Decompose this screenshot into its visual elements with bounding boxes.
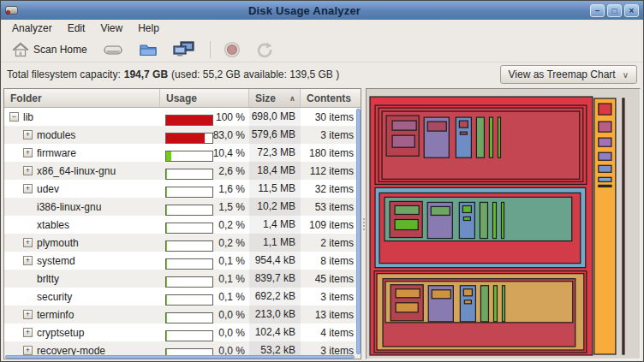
close-button[interactable]: × [624, 4, 639, 17]
stop-button[interactable] [219, 39, 245, 60]
filesystem-status: Total filesystem capacity: 194,7 GB (use… [1, 62, 643, 86]
table-row[interactable]: +systemd0,1 %954,4 kB8 items [4, 252, 361, 270]
treemap-rect[interactable] [493, 286, 497, 322]
expander-plus-icon[interactable]: + [23, 256, 33, 265]
treemap-rect[interactable] [498, 117, 500, 157]
usage-percent: 1,6 % [218, 183, 245, 195]
treemap-rect[interactable] [464, 300, 471, 304]
usage-bar [165, 240, 213, 252]
expander-plus-icon[interactable]: + [23, 184, 33, 193]
table-row[interactable]: +udev1,6 %11,5 MB32 items [4, 180, 361, 198]
treemap-rect[interactable] [599, 138, 611, 146]
folder-name: lib [23, 111, 33, 123]
treemap-rect[interactable] [502, 286, 504, 322]
size-cell: 692,2 kB [249, 288, 301, 306]
expander-plus-icon[interactable]: + [23, 166, 33, 175]
column-header-usage[interactable]: Usage [160, 89, 249, 107]
treemap-rect[interactable] [396, 303, 418, 312]
contents-cell: 112 items [301, 165, 361, 177]
toolbar: Scan Home [1, 37, 643, 62]
contents-cell: 53 items [301, 201, 361, 213]
treemap-rect[interactable] [462, 205, 471, 212]
menu-item-edit[interactable]: Edit [60, 21, 93, 36]
treemap-rect[interactable] [432, 290, 450, 299]
chevron-down-icon: ∨ [623, 70, 629, 80]
treemap-rect[interactable] [599, 185, 611, 187]
treemap-rect[interactable] [501, 202, 504, 238]
refresh-button[interactable] [252, 39, 277, 60]
menu-item-analyzer[interactable]: Analyzer [4, 21, 60, 36]
minimize-button[interactable]: – [590, 4, 605, 17]
expander-plus-icon[interactable]: + [23, 130, 33, 139]
expander-plus-icon[interactable]: + [23, 328, 33, 337]
treemap-chart[interactable] [368, 91, 638, 357]
horizontal-scrollbar[interactable] [5, 355, 355, 359]
maximize-button[interactable]: □ [607, 4, 622, 17]
expander-plus-icon[interactable]: + [23, 238, 33, 247]
column-header-contents[interactable]: Contents [301, 89, 361, 107]
column-header-folder[interactable]: Folder [4, 89, 160, 107]
table-row[interactable]: i386-linux-gnu1,5 %10,2 MB53 items [4, 198, 361, 216]
treemap-rect[interactable] [392, 135, 414, 147]
table-row[interactable]: +terminfo0,0 %213,0 kB13 items [4, 306, 361, 323]
treemap-rect[interactable] [599, 177, 611, 181]
expander-plus-icon[interactable]: + [23, 310, 33, 319]
table-row[interactable]: +x86_64-linux-gnu2,6 %18,4 MB112 items [4, 162, 361, 180]
treemap-rect[interactable] [395, 219, 418, 229]
size-cell: 10,2 MB [249, 198, 301, 216]
treemap-rect[interactable] [480, 202, 487, 238]
tree-header: Folder Usage Size ∧ Contents [4, 89, 361, 108]
treemap-rect[interactable] [459, 121, 468, 128]
treemap-rect[interactable] [431, 206, 450, 215]
usage-bar [165, 294, 213, 306]
treemap-rect[interactable] [427, 122, 446, 131]
treemap-rect[interactable] [463, 289, 472, 296]
column-header-size[interactable]: Size ∧ [249, 89, 301, 107]
table-row[interactable]: brltty0,1 %839,7 kB45 items [4, 270, 361, 288]
treemap-rect[interactable] [463, 217, 470, 220]
scan-folder-button[interactable] [134, 40, 162, 59]
folder-cell: +terminfo [4, 309, 160, 321]
scan-home-button[interactable]: Scan Home [8, 40, 92, 59]
treemap-rect[interactable] [599, 104, 611, 115]
expander-plus-icon[interactable]: + [23, 148, 33, 157]
expander-minus-icon[interactable]: − [9, 112, 19, 122]
menu-item-help[interactable]: Help [130, 21, 167, 36]
vertical-scrollbar[interactable] [356, 109, 361, 354]
table-row[interactable]: xtables0,2 %1,4 MB109 items [4, 216, 361, 234]
treemap-rect[interactable] [594, 98, 616, 354]
table-row[interactable]: +firmware10,4 %72,3 MB180 items [4, 144, 361, 162]
scan-filesystem-button[interactable] [98, 40, 128, 59]
treemap-rect[interactable] [480, 286, 488, 322]
treemap-rect[interactable] [396, 289, 420, 298]
treemap-rect[interactable] [492, 202, 496, 238]
treemap-rect[interactable] [489, 117, 492, 157]
menu-item-view[interactable]: View [92, 21, 130, 36]
folder-name: terminfo [37, 309, 74, 321]
size-cell: 102,4 kB [249, 323, 301, 341]
table-row[interactable]: +cryptsetup0,0 %102,4 kB4 items [4, 323, 361, 341]
treemap-rect[interactable] [599, 152, 611, 160]
status-prefix: Total filesystem capacity: [7, 68, 121, 80]
treemap-rect[interactable] [460, 132, 467, 134]
expander-plus-icon[interactable]: + [23, 346, 33, 355]
contents-cell: 109 items [301, 219, 361, 231]
treemap-rect[interactable] [599, 122, 611, 132]
capacity-value: 194,7 GB [124, 68, 168, 80]
status-detail: (used: 55,2 GB available: 139,5 GB ) [171, 68, 339, 80]
usage-cell: 1,6 % [160, 183, 249, 195]
folder-cell: security [4, 291, 160, 303]
table-row[interactable]: +plymouth0,2 %1,1 MB2 items [4, 234, 361, 252]
table-row[interactable]: security0,1 %692,2 kB3 items [4, 288, 361, 306]
contents-cell: 32 items [301, 183, 361, 195]
treemap-rect[interactable] [392, 121, 416, 130]
table-row[interactable]: +modules83,0 %579,6 MB3 items [4, 126, 361, 144]
treemap-rect[interactable] [599, 165, 611, 172]
treemap-rect[interactable] [395, 205, 419, 214]
usage-percent: 2,6 % [218, 165, 245, 177]
treemap-rect[interactable] [476, 117, 484, 157]
view-selector[interactable]: View as Treemap Chart ∨ [500, 65, 638, 84]
treemap-rect[interactable] [623, 98, 624, 354]
scan-remote-button[interactable] [169, 39, 200, 59]
table-row[interactable]: −lib100 %698,0 MB30 items [4, 108, 361, 126]
